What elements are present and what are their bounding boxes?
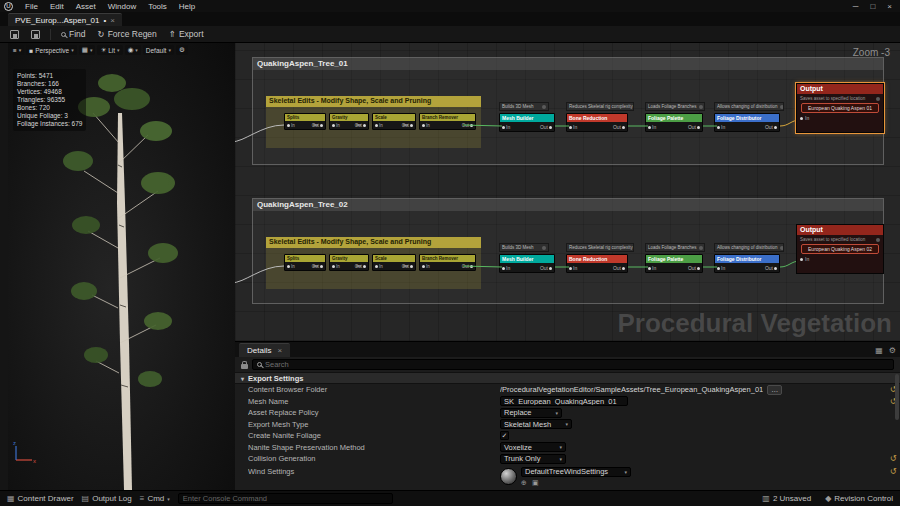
tab-details[interactable]: Details × bbox=[239, 343, 290, 357]
output-pin[interactable]: Out bbox=[765, 124, 777, 130]
graph-node-splits[interactable]: Splits InOut bbox=[284, 113, 326, 130]
graph-node-mesh-builder[interactable]: Mesh Builder InOut bbox=[499, 254, 555, 273]
browse-button[interactable] bbox=[26, 28, 45, 41]
output-pin[interactable]: Out bbox=[613, 265, 625, 271]
output-pin[interactable]: Out bbox=[765, 265, 777, 271]
input-pin[interactable]: In bbox=[287, 123, 295, 128]
graph-node-splits[interactable]: Splits InOut bbox=[284, 254, 326, 271]
menu-asset[interactable]: Asset bbox=[70, 2, 102, 11]
output-asset-badge[interactable]: European Quaking Aspen 01 bbox=[801, 103, 879, 113]
comment-box-tree-02[interactable]: QuakingAspen_Tree_02 Skeletal Edits - Mo… bbox=[252, 198, 884, 304]
comment-bubble[interactable]: Reduces Skeletal rig complexity bbox=[566, 243, 634, 252]
view-options-icon[interactable]: ▦ bbox=[875, 346, 883, 355]
export-button[interactable]: ⇑Export bbox=[164, 27, 209, 41]
output-pin[interactable]: Out bbox=[312, 264, 323, 269]
browse-folder-button[interactable]: … bbox=[767, 385, 782, 395]
revision-control-button[interactable]: ◆Revision Control bbox=[825, 494, 893, 503]
input-pin[interactable]: In bbox=[332, 123, 340, 128]
input-pin[interactable]: In bbox=[717, 124, 725, 130]
graph-node-branch-remover[interactable]: Branch Remover InOut bbox=[419, 254, 476, 271]
input-pin[interactable]: In bbox=[797, 113, 883, 123]
input-pin[interactable]: In bbox=[797, 254, 883, 264]
output-pin[interactable]: Out bbox=[355, 123, 366, 128]
output-pin[interactable]: Out bbox=[540, 265, 552, 271]
preview-viewport[interactable]: ≡▾ ■Perspective▾ ▦▾ ☀Lit▾ ◉▾ Default▾ ⚙ … bbox=[8, 43, 235, 490]
browse-to-asset-icon[interactable]: ▣ bbox=[532, 479, 539, 487]
comment-box-title[interactable]: QuakingAspen_Tree_02 bbox=[253, 199, 883, 211]
wind-settings-select[interactable]: DefaultTreeWindSettings▾ bbox=[521, 467, 631, 477]
graph-node-bone-reduction[interactable]: Bone Reduction InOut bbox=[566, 254, 628, 273]
input-pin[interactable]: In bbox=[422, 123, 430, 128]
output-node[interactable]: Output Saves asset to specified location… bbox=[796, 224, 884, 274]
comment-bubble[interactable]: Loads Foliage Branches bbox=[645, 243, 705, 252]
comment-bubble[interactable]: Allows changing of distribution bbox=[714, 243, 784, 252]
output-pin[interactable]: Out bbox=[312, 123, 323, 128]
menu-help[interactable]: Help bbox=[173, 2, 201, 11]
output-asset-badge[interactable]: European Quaking Aspen 02 bbox=[801, 244, 879, 254]
comment-box-title[interactable]: QuakingAspen_Tree_01 bbox=[253, 58, 883, 70]
maximize-button[interactable]: □ bbox=[870, 2, 875, 11]
comment-box-tree-01[interactable]: QuakingAspen_Tree_01 Skeletal Edits - Mo… bbox=[252, 57, 884, 165]
input-pin[interactable]: In bbox=[287, 264, 295, 269]
nanite-shape-method-select[interactable]: Voxelize▾ bbox=[500, 442, 566, 452]
graph-node-gravity[interactable]: Gravity InOut bbox=[329, 254, 369, 271]
output-pin[interactable]: Out bbox=[402, 264, 413, 269]
input-pin[interactable]: In bbox=[648, 265, 656, 271]
group-skeletal-edits[interactable]: Skeletal Edits - Modify Shape, Scale and… bbox=[266, 96, 481, 148]
export-mesh-type-select[interactable]: Skeletal Mesh▾ bbox=[500, 419, 572, 429]
details-settings-icon[interactable]: ⚙ bbox=[889, 346, 896, 355]
cmd-dropdown[interactable]: ≡Cmd▾ bbox=[140, 494, 170, 503]
menu-edit[interactable]: Edit bbox=[44, 2, 70, 11]
collision-generation-select[interactable]: Trunk Only▾ bbox=[500, 454, 566, 464]
output-log-button[interactable]: ▤Output Log bbox=[82, 494, 132, 503]
viewport-settings-button[interactable]: ⚙ bbox=[176, 45, 188, 55]
default-profile-dropdown[interactable]: Default▾ bbox=[143, 45, 174, 55]
input-pin[interactable]: In bbox=[717, 265, 725, 271]
output-pin[interactable]: Out bbox=[355, 264, 366, 269]
lit-mode-dropdown[interactable]: ☀Lit▾ bbox=[97, 45, 122, 55]
output-pin[interactable]: Out bbox=[402, 123, 413, 128]
comment-bubble[interactable]: Builds 3D Mesh bbox=[499, 243, 549, 252]
graph-node-scale[interactable]: Scale InOut bbox=[372, 113, 416, 130]
folder-path-value[interactable]: /ProceduralVegetationEditor/SampleAssets… bbox=[500, 385, 763, 394]
comment-bubble[interactable]: Loads Foliage Branches bbox=[645, 102, 705, 111]
comment-bubble[interactable]: Reduces Skeletal rig complexity bbox=[566, 102, 634, 111]
asset-tab[interactable]: PVE_Europ...Aspen_01 • × bbox=[8, 13, 122, 26]
search-box[interactable] bbox=[252, 359, 894, 370]
input-pin[interactable]: In bbox=[422, 264, 430, 269]
graph-node-foliage-distributor[interactable]: Foliage Distributor InOut bbox=[714, 254, 780, 273]
search-input[interactable] bbox=[265, 360, 889, 369]
graph-node-bone-reduction[interactable]: Bone Reduction InOut bbox=[566, 113, 628, 132]
use-selected-asset-icon[interactable]: ⊕ bbox=[521, 479, 527, 487]
graph-node-foliage-palette[interactable]: Foliage Palette InOut bbox=[645, 113, 703, 132]
viewport-options-dropdown[interactable]: ≡▾ bbox=[10, 45, 24, 55]
comment-bubble[interactable]: Allows changing of distribution bbox=[714, 102, 784, 111]
input-pin[interactable]: In bbox=[502, 265, 510, 271]
close-button[interactable]: × bbox=[887, 2, 892, 11]
menu-file[interactable]: File bbox=[19, 2, 44, 11]
screen-size-dropdown[interactable]: ▦▾ bbox=[79, 45, 96, 55]
unsaved-assets-button[interactable]: ▥2 Unsaved bbox=[762, 494, 811, 503]
input-pin[interactable]: In bbox=[569, 265, 577, 271]
output-pin[interactable]: Out bbox=[462, 264, 473, 269]
mesh-name-input[interactable] bbox=[500, 396, 628, 406]
category-export-settings[interactable]: ▾ Export Settings bbox=[235, 372, 900, 384]
graph-node-gravity[interactable]: Gravity InOut bbox=[329, 113, 369, 130]
perspective-dropdown[interactable]: ■Perspective▾ bbox=[26, 45, 76, 55]
details-scrollbar[interactable] bbox=[895, 374, 899, 420]
input-pin[interactable]: In bbox=[375, 123, 383, 128]
input-pin[interactable]: In bbox=[502, 124, 510, 130]
save-button[interactable] bbox=[5, 28, 24, 41]
comment-bubble[interactable]: Builds 3D Mesh bbox=[499, 102, 549, 111]
output-pin[interactable]: Out bbox=[613, 124, 625, 130]
graph-node-scale[interactable]: Scale InOut bbox=[372, 254, 416, 271]
show-flags-dropdown[interactable]: ◉▾ bbox=[125, 45, 141, 55]
graph-node-foliage-palette[interactable]: Foliage Palette InOut bbox=[645, 254, 703, 273]
asset-replace-policy-select[interactable]: Replace▾ bbox=[500, 408, 562, 418]
reset-to-default-icon[interactable]: ↺ bbox=[886, 467, 900, 476]
node-graph-canvas[interactable]: Zoom -3 Procedural Vegetation QuakingAsp… bbox=[235, 43, 900, 341]
output-node[interactable]: Output Saves asset to specified location… bbox=[796, 83, 884, 133]
create-nanite-foliage-checkbox[interactable]: ✓ bbox=[500, 431, 509, 440]
lock-icon[interactable] bbox=[241, 364, 248, 369]
reset-to-default-icon[interactable]: ↺ bbox=[886, 454, 900, 463]
